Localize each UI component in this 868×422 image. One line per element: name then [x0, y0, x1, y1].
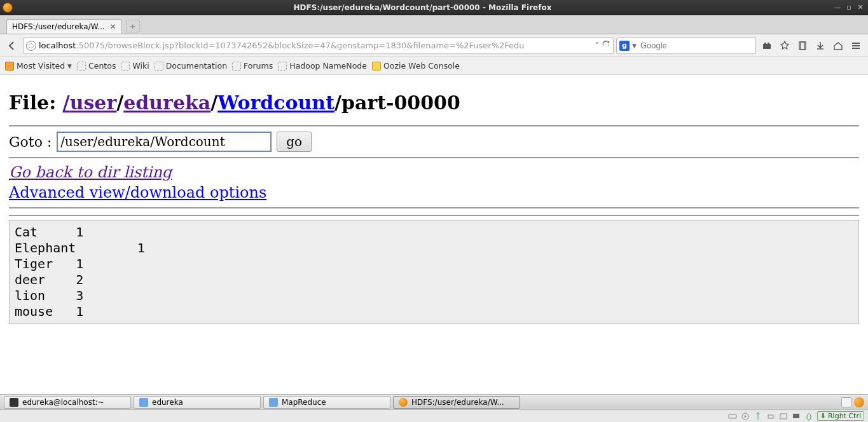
url-text: localhost:50075/browseBlock.jsp?blockId=…: [39, 41, 525, 50]
svg-point-11: [807, 414, 811, 420]
svg-rect-2: [768, 43, 769, 44]
bookmarks-toolbar: Most Visited ▼ Centos Wiki Documentation…: [0, 57, 868, 75]
reading-list-icon[interactable]: [794, 37, 811, 54]
close-window-button[interactable]: ✕: [857, 4, 864, 11]
window-titlebar: HDFS:/user/edureka/Wordcount/part-00000 …: [0, 0, 868, 15]
svg-rect-9: [780, 414, 787, 419]
page-icon: [121, 62, 130, 71]
dropdown-history-icon[interactable]: ˅: [595, 41, 600, 50]
page-heading: File: /user/edureka/Wordcount/part-00000: [9, 92, 859, 114]
menu-hamburger-icon[interactable]: [848, 37, 864, 54]
folder-icon: [139, 398, 148, 407]
bookmark-label: Documentation: [166, 61, 227, 71]
google-search-engine-icon[interactable]: g: [619, 41, 630, 51]
svg-rect-5: [729, 414, 736, 418]
terminal-icon: [10, 398, 18, 407]
bookmark-hadoop-namenode[interactable]: Hadoop NameNode: [278, 61, 367, 71]
firefox-app-icon: [3, 3, 13, 13]
breadcrumb-link-wordcount[interactable]: Wordcount: [217, 92, 334, 114]
bookmark-label: Centos: [88, 61, 116, 71]
bookmark-forums[interactable]: Forums: [232, 61, 273, 71]
taskbar-folder-edureka[interactable]: edureka: [134, 396, 261, 409]
divider: [9, 125, 859, 126]
taskbar-terminal[interactable]: edureka@localhost:~: [4, 396, 131, 409]
home-icon[interactable]: [830, 37, 846, 54]
goto-path-input[interactable]: [57, 132, 272, 152]
vm-mouse-icon: [804, 412, 813, 421]
firefox-icon: [399, 398, 408, 407]
browser-tab[interactable]: HDFS:/user/edureka/W... ✕: [6, 19, 122, 34]
page-icon: [155, 62, 163, 71]
url-bar[interactable]: ◌ localhost:50075/browseBlock.jsp?blockI…: [23, 37, 614, 54]
bookmark-wiki[interactable]: Wiki: [121, 61, 149, 71]
downloads-icon[interactable]: [812, 37, 829, 54]
navigation-toolbar: ◌ localhost:50075/browseBlock.jsp?blockI…: [0, 34, 868, 57]
divider: [9, 157, 859, 158]
taskbar-label: HDFS:/user/edureka/W...: [411, 398, 504, 407]
bookmark-label: Wiki: [132, 61, 149, 71]
tab-label: HDFS:/user/edureka/W...: [12, 22, 105, 31]
svg-rect-10: [793, 414, 799, 418]
page-icon: [232, 62, 241, 71]
vm-cd-icon: [741, 412, 750, 421]
vm-network-icon: [766, 412, 775, 421]
maximize-button[interactable]: ▫: [845, 4, 853, 11]
go-back-link[interactable]: Go back to dir listing: [9, 162, 859, 182]
page-icon: [77, 62, 86, 71]
taskbar-firefox-hdfs[interactable]: HDFS:/user/edureka/W...: [393, 396, 520, 409]
bookmark-star-icon[interactable]: [776, 37, 793, 54]
search-input[interactable]: [639, 40, 753, 51]
svg-rect-4: [801, 42, 806, 50]
search-bar[interactable]: g ▼: [616, 37, 756, 54]
tray-clipboard-icon[interactable]: [841, 397, 851, 407]
file-name: part-00000: [341, 92, 460, 114]
search-engine-dropdown-icon[interactable]: ▼: [632, 43, 637, 49]
host-key-label: Right Ctrl: [828, 412, 861, 420]
bookmark-centos[interactable]: Centos: [77, 61, 116, 71]
divider: [9, 207, 859, 208]
svg-point-7: [744, 415, 746, 417]
tab-strip: HDFS:/user/edureka/W... ✕ +: [0, 15, 868, 34]
file-output-box: Cat 1 Elephant 1 Tiger 1 deer 2 lion 3 m…: [9, 220, 859, 324]
svg-rect-8: [768, 415, 773, 418]
vm-status-bar: ⬇ Right Ctrl: [0, 409, 868, 422]
oozie-icon: [372, 62, 381, 71]
vm-host-key-indicator[interactable]: ⬇ Right Ctrl: [817, 411, 864, 421]
advanced-options-link[interactable]: Advanced view/download options: [9, 182, 859, 203]
vm-display-icon: [792, 412, 801, 421]
most-visited-icon: [5, 62, 14, 71]
folder-icon: [269, 398, 278, 407]
new-tab-button[interactable]: +: [126, 20, 140, 32]
site-identity-icon[interactable]: ◌: [26, 41, 36, 51]
heading-prefix: File:: [9, 92, 63, 114]
breadcrumb-link-edureka[interactable]: edureka: [123, 92, 210, 114]
bookmark-label: Oozie Web Console: [383, 61, 460, 71]
system-tray: [841, 397, 864, 407]
page-icon: [278, 62, 287, 71]
most-visited-folder[interactable]: Most Visited ▼: [5, 61, 72, 71]
breadcrumb-link-user[interactable]: /user: [63, 92, 117, 114]
go-button[interactable]: go: [277, 132, 312, 152]
bookmark-label: Forums: [244, 61, 273, 71]
vm-usb-icon: [754, 412, 762, 421]
taskbar-label: MapReduce: [282, 398, 326, 407]
back-button[interactable]: [4, 37, 20, 54]
tray-firefox-icon[interactable]: [854, 397, 864, 407]
most-visited-label: Most Visited: [17, 61, 65, 71]
taskbar-folder-mapreduce[interactable]: MapReduce: [263, 396, 390, 409]
bookmark-oozie[interactable]: Oozie Web Console: [372, 61, 460, 71]
bookmark-documentation[interactable]: Documentation: [155, 61, 227, 71]
bookmark-label: Hadoop NameNode: [289, 61, 367, 71]
window-title: HDFS:/user/edureka/Wordcount/part-00000 …: [15, 3, 830, 12]
minimize-button[interactable]: —: [834, 4, 841, 11]
goto-row: Goto : go: [9, 132, 859, 152]
tab-close-icon[interactable]: ✕: [110, 22, 116, 31]
reload-icon[interactable]: [602, 40, 610, 51]
vm-shared-icon: [779, 412, 788, 421]
lego-addon-icon[interactable]: [759, 37, 775, 54]
host-key-arrow-icon: ⬇: [820, 412, 826, 420]
divider: [9, 215, 859, 216]
desktop-taskbar: edureka@localhost:~ edureka MapReduce HD…: [0, 394, 868, 409]
svg-rect-0: [763, 44, 771, 49]
svg-rect-1: [764, 43, 766, 44]
